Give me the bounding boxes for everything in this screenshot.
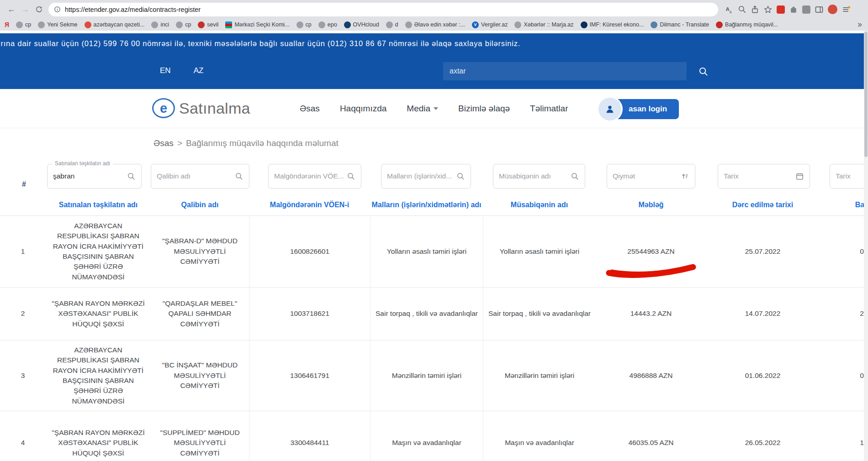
bookmark-item[interactable]: cp <box>176 21 191 28</box>
bookmark-label: azərbaycan qəzeti... <box>94 21 145 28</box>
table-header-amount[interactable]: Məbləğ <box>596 201 706 209</box>
menu-item-haqqimizda[interactable]: Haqqımızda <box>340 104 386 114</box>
published-cell: 01.06.2022 <box>706 341 819 411</box>
bookmark-item[interactable]: V Vergiler.az <box>472 21 508 28</box>
column-header-number: # <box>22 180 26 189</box>
table-header-voen[interactable]: Malgöndərənin VÖEN-i <box>249 201 370 209</box>
bookmark-item[interactable]: IMF: Küresel ekono... <box>581 21 644 28</box>
globe-icon <box>318 21 325 28</box>
extensions-puzzle-icon[interactable] <box>789 5 798 14</box>
bookmark-item[interactable]: Я <box>5 21 9 28</box>
filter-date-start <box>830 164 868 189</box>
bookmarks-overflow[interactable] <box>853 19 863 31</box>
asan-login-button[interactable]: asan login <box>598 98 679 120</box>
winner-cell: "ŞABRAN-D" MƏHDUD MƏSULİYYƏTLİ CƏMİYYƏTİ <box>151 216 249 287</box>
voen-cell: 1600826601 <box>249 216 370 287</box>
profile-avatar[interactable] <box>828 5 837 14</box>
search-icon[interactable] <box>235 172 243 181</box>
bookmark-label: d <box>395 21 398 28</box>
yandex-icon: Я <box>5 21 9 28</box>
bookmark-item[interactable]: d <box>386 21 398 28</box>
share-icon[interactable] <box>751 5 759 14</box>
menu-icon[interactable] <box>842 5 851 14</box>
filter-org: Satınalan təşkilatın adı <box>47 164 142 189</box>
extension-red-icon[interactable] <box>777 5 785 14</box>
site-header: EN AZ <box>0 53 868 89</box>
table-header-start[interactable]: Başla <box>819 201 868 209</box>
bookmark-item[interactable]: Dilmanc - Translate <box>651 21 709 28</box>
search-icon[interactable] <box>456 172 465 181</box>
site-search-input[interactable] <box>450 67 680 75</box>
bookmark-item[interactable]: Bağlanmış müqavil... <box>716 21 778 28</box>
scrollbar-thumb[interactable] <box>864 31 868 157</box>
filter-voen-input[interactable] <box>274 172 344 180</box>
notice-bar: ırına dair suallar üçün (012) 599 76 00 … <box>0 33 868 53</box>
filter-price-input[interactable] <box>613 172 678 180</box>
bookmark-item[interactable]: Mərkəzi Seçki Komi... <box>225 21 289 28</box>
logo-e-icon: e <box>152 98 175 118</box>
site-logo[interactable]: e Satınalma <box>152 98 250 118</box>
filter-winner-input[interactable] <box>157 172 232 180</box>
breadcrumb-home[interactable]: Əsas <box>153 138 174 148</box>
amount-cell: 14443.2 AZN <box>596 288 706 340</box>
menu-item-bizimle-elaqe[interactable]: Bizimlə əlaqə <box>458 104 510 114</box>
lang-en[interactable]: EN <box>160 66 171 75</box>
goods-cell: Maşın və avadanlıqlar <box>370 411 483 461</box>
site-favicon: V <box>472 21 479 28</box>
bookmark-item[interactable]: Əlavə edin xəbər :... <box>405 21 466 28</box>
menu-item-telimatlar[interactable]: Təlimatlar <box>530 104 568 114</box>
site-favicon <box>651 21 657 28</box>
bookmark-item[interactable]: cp <box>16 21 31 28</box>
menu-item-media[interactable]: Media <box>407 104 438 114</box>
filter-date-published-input[interactable] <box>724 172 793 180</box>
url-text: https://etender.gov.az/media/contracts-r… <box>65 6 201 13</box>
filter-goods-input[interactable] <box>387 172 454 180</box>
bookmark-item[interactable]: Yeni Sekme <box>38 21 77 28</box>
goods-cell: Yolların əsaslı təmiri işləri <box>370 216 483 287</box>
page-scrollbar[interactable] <box>864 31 868 461</box>
sort-icon[interactable] <box>681 172 689 181</box>
site-search[interactable] <box>443 62 687 80</box>
bookmark-item[interactable]: sevil <box>198 21 218 28</box>
search-icon[interactable] <box>127 172 136 181</box>
goods-cell: Sair torpaq , tikili və avadanlıqlar <box>370 288 483 340</box>
table-header-published[interactable]: Dərc edilmə tarixi <box>706 201 819 209</box>
translate-icon[interactable]: A a <box>725 5 734 14</box>
filter-org-input[interactable] <box>53 172 124 180</box>
org-cell: "ŞABRAN RAYON MƏRKƏZİ XƏSTƏXANASI" PUBLİ… <box>46 411 151 461</box>
start-cell: 08. <box>819 216 868 287</box>
bookmark-label: cp <box>25 21 31 28</box>
chevron-right-double-icon <box>857 22 863 28</box>
bookmark-item[interactable]: azərbaycan qəzeti... <box>85 21 145 28</box>
search-icon[interactable] <box>347 172 355 181</box>
table-header-winner[interactable]: Qalibin adı <box>151 201 249 209</box>
address-bar[interactable]: https://etender.gov.az/media/contracts-r… <box>48 3 718 16</box>
bookmark-star-icon[interactable] <box>763 5 773 14</box>
site-favicon <box>344 21 351 28</box>
bookmark-item[interactable]: OVHcloud <box>344 21 379 28</box>
search-icon[interactable] <box>698 66 709 77</box>
extension-gray-icon[interactable] <box>802 5 810 14</box>
zoom-icon[interactable] <box>738 5 746 14</box>
bookmark-item[interactable]: epo <box>318 21 337 28</box>
refresh-icon[interactable] <box>32 3 46 16</box>
calendar-icon[interactable] <box>795 172 804 181</box>
filter-date-start-input[interactable] <box>836 172 868 180</box>
side-panel-icon[interactable] <box>815 5 824 14</box>
forward-icon[interactable]: → <box>18 3 32 16</box>
back-icon[interactable]: ← <box>5 3 18 16</box>
bookmark-item[interactable]: inci <box>151 21 169 28</box>
filter-tender-input[interactable] <box>499 172 568 180</box>
lang-az[interactable]: AZ <box>194 66 204 75</box>
bookmark-item[interactable]: cp <box>296 21 312 28</box>
table-header-tender[interactable]: Müsabiqənin adı <box>483 201 596 209</box>
search-icon[interactable] <box>571 172 579 181</box>
site-info-icon[interactable] <box>54 6 61 13</box>
menu-item-esas[interactable]: Əsas <box>300 104 320 114</box>
red-marker-annotation <box>605 262 697 279</box>
bookmark-label: OVHcloud <box>353 21 379 28</box>
published-cell: 26.05.2022 <box>706 411 819 461</box>
table-header-org[interactable]: Satınalan təşkilatın adı <box>46 201 151 209</box>
bookmark-item[interactable]: Xəbərlər :: Marja.az <box>514 21 573 28</box>
table-header-goods[interactable]: Malların (işlərin/xidmətlərin) adı <box>370 201 483 209</box>
